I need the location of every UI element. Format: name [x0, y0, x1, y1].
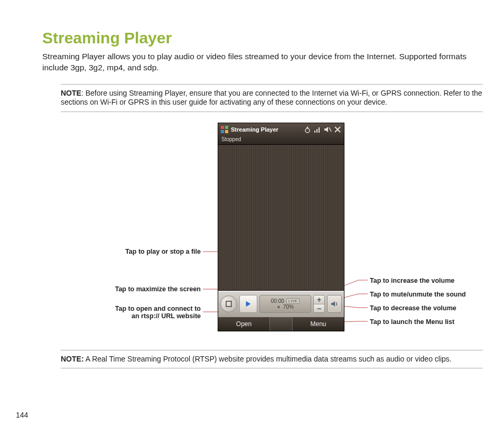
volume-icon[interactable] [323, 125, 332, 134]
info-panel: 00:00 LIVE 70% [259, 295, 311, 313]
softkey-menu[interactable]: Menu [293, 320, 344, 328]
note-1-label: NOTE [61, 89, 81, 97]
svg-rect-21 [319, 127, 320, 133]
play-icon [245, 300, 252, 308]
svg-point-18 [305, 128, 310, 133]
softkey-bar: Open Menu [218, 317, 344, 331]
callout-vol-up: Tap to increase the volume [370, 277, 454, 284]
svg-rect-17 [225, 130, 228, 133]
svg-rect-25 [226, 301, 231, 307]
svg-rect-14 [221, 126, 224, 129]
page-title: Streaming Player [42, 29, 483, 47]
mute-button[interactable] [327, 295, 342, 313]
time-display: 00:00 [271, 298, 284, 304]
play-button[interactable] [239, 295, 257, 313]
status-text: Stopped [218, 136, 344, 144]
speaker-icon [330, 300, 339, 308]
volume-up-button[interactable]: + [314, 295, 324, 304]
softkey-open[interactable]: Open [218, 320, 269, 328]
svg-line-22 [329, 127, 331, 132]
connectivity-icon[interactable] [303, 125, 312, 134]
note-1-text: : Before using Streaming Player, ensure … [61, 89, 482, 107]
video-area [218, 144, 344, 291]
signal-icon [313, 125, 322, 134]
volume-stepper: + − [313, 295, 325, 313]
svg-rect-15 [225, 126, 228, 129]
callout-mute: Tap to mute/unmute the sound [370, 291, 466, 298]
callout-play: Tap to play or stop a file [66, 248, 201, 255]
live-badge: LIVE [286, 298, 300, 304]
note-2: NOTE: A Real Time Streaming Protocol (RT… [61, 350, 483, 369]
control-bar: 00:00 LIVE 70% + − [218, 291, 344, 317]
titlebar: Streaming Player [218, 123, 344, 136]
annotated-screenshot: Tap to play or stop a file Tap to maximi… [42, 123, 483, 345]
speaker-tiny-icon [277, 305, 281, 309]
softkey-mid[interactable] [269, 317, 293, 331]
svg-rect-19 [314, 131, 315, 133]
note-2-label: NOTE: [61, 355, 84, 363]
callout-maximize: Tap to maximize the screen [66, 285, 201, 293]
callout-open: Tap to open and connect to an rtsp:// UR… [66, 305, 201, 320]
volume-pct: 70% [283, 304, 294, 310]
app-title: Streaming Player [231, 126, 278, 133]
maximize-icon [225, 300, 233, 308]
volume-down-button[interactable]: − [314, 304, 324, 313]
intro-text: Streaming Player allows you to play audi… [42, 51, 483, 73]
callout-menu: Tap to launch the Menu list [370, 318, 454, 326]
start-icon[interactable] [220, 125, 229, 134]
maximize-button[interactable] [220, 295, 237, 312]
callout-vol-down: Tap to decrease the volume [370, 304, 456, 312]
svg-rect-16 [221, 130, 224, 133]
note-1: NOTE: Before using Streaming Player, ens… [61, 84, 483, 112]
page-number: 144 [16, 411, 28, 419]
note-2-text: A Real Time Streaming Protocol (RTSP) we… [84, 355, 452, 363]
close-icon[interactable] [333, 125, 342, 134]
svg-rect-20 [316, 129, 318, 133]
phone-screen: Streaming Player Stopped 00:00 [218, 123, 344, 331]
